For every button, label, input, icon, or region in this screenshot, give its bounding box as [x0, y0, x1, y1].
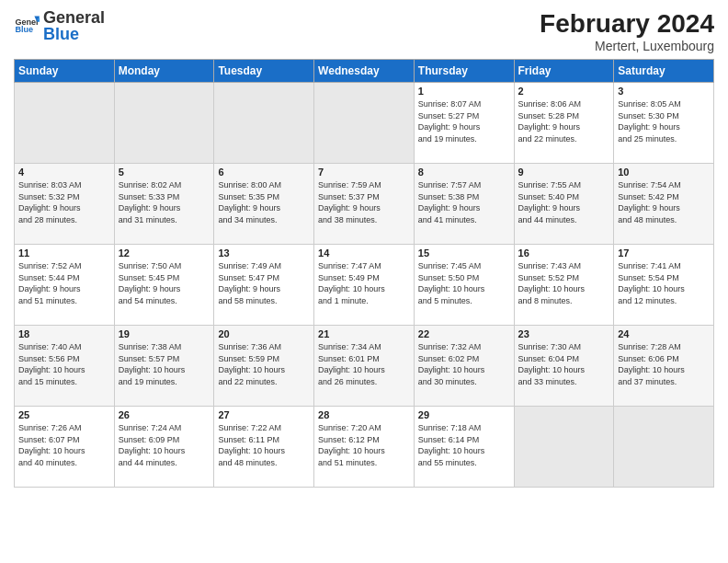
day-info: Sunrise: 7:57 AMSunset: 5:38 PMDaylight:…	[418, 179, 510, 225]
page: General Blue General Blue February 2024 …	[0, 0, 728, 563]
day-number: 28	[318, 409, 410, 420]
calendar-cell: 15Sunrise: 7:45 AMSunset: 5:50 PMDayligh…	[414, 245, 514, 326]
day-number: 24	[618, 328, 710, 339]
calendar-cell: 10Sunrise: 7:54 AMSunset: 5:42 PMDayligh…	[614, 164, 714, 245]
day-info: Sunrise: 8:06 AMSunset: 5:28 PMDaylight:…	[518, 98, 610, 144]
weekday-header-friday: Friday	[514, 60, 614, 83]
calendar-cell	[114, 83, 214, 164]
calendar-cell: 22Sunrise: 7:32 AMSunset: 6:02 PMDayligh…	[414, 326, 514, 407]
calendar-cell: 27Sunrise: 7:22 AMSunset: 6:11 PMDayligh…	[214, 407, 314, 488]
day-info: Sunrise: 7:41 AMSunset: 5:54 PMDaylight:…	[618, 260, 710, 306]
day-info: Sunrise: 7:45 AMSunset: 5:50 PMDaylight:…	[418, 260, 510, 306]
day-info: Sunrise: 7:32 AMSunset: 6:02 PMDaylight:…	[418, 341, 510, 387]
day-info: Sunrise: 8:00 AMSunset: 5:35 PMDaylight:…	[218, 179, 310, 225]
day-info: Sunrise: 7:38 AMSunset: 5:57 PMDaylight:…	[119, 341, 210, 387]
day-info: Sunrise: 7:54 AMSunset: 5:42 PMDaylight:…	[618, 179, 710, 225]
logo-general: General	[43, 8, 105, 27]
calendar-cell: 5Sunrise: 8:02 AMSunset: 5:33 PMDaylight…	[114, 164, 214, 245]
calendar-cell: 29Sunrise: 7:18 AMSunset: 6:14 PMDayligh…	[414, 407, 514, 488]
weekday-row: SundayMondayTuesdayWednesdayThursdayFrid…	[15, 60, 714, 83]
day-number: 8	[418, 167, 510, 178]
calendar-cell: 20Sunrise: 7:36 AMSunset: 5:59 PMDayligh…	[214, 326, 314, 407]
calendar-week-1: 1Sunrise: 8:07 AMSunset: 5:27 PMDaylight…	[15, 83, 714, 164]
day-number: 19	[119, 328, 210, 339]
weekday-header-tuesday: Tuesday	[214, 60, 314, 83]
day-number: 6	[218, 167, 310, 178]
day-number: 23	[518, 328, 610, 339]
day-info: Sunrise: 7:24 AMSunset: 6:09 PMDaylight:…	[119, 422, 210, 468]
day-info: Sunrise: 7:18 AMSunset: 6:14 PMDaylight:…	[418, 422, 510, 468]
day-info: Sunrise: 7:30 AMSunset: 6:04 PMDaylight:…	[518, 341, 610, 387]
day-info: Sunrise: 8:03 AMSunset: 5:32 PMDaylight:…	[18, 179, 110, 225]
weekday-header-wednesday: Wednesday	[314, 60, 415, 83]
day-info: Sunrise: 7:22 AMSunset: 6:11 PMDaylight:…	[218, 422, 310, 468]
calendar-cell: 16Sunrise: 7:43 AMSunset: 5:52 PMDayligh…	[514, 245, 614, 326]
logo-icon: General Blue	[14, 13, 40, 39]
calendar-cell: 3Sunrise: 8:05 AMSunset: 5:30 PMDaylight…	[614, 83, 714, 164]
day-number: 16	[518, 247, 610, 259]
day-number: 3	[618, 86, 710, 97]
day-number: 27	[218, 409, 310, 420]
header: General Blue General Blue February 2024 …	[14, 9, 714, 53]
day-number: 14	[318, 247, 410, 259]
day-info: Sunrise: 8:07 AMSunset: 5:27 PMDaylight:…	[418, 98, 510, 144]
day-info: Sunrise: 8:05 AMSunset: 5:30 PMDaylight:…	[618, 98, 710, 144]
day-info: Sunrise: 7:26 AMSunset: 6:07 PMDaylight:…	[18, 422, 110, 468]
day-info: Sunrise: 7:28 AMSunset: 6:06 PMDaylight:…	[618, 341, 710, 387]
day-number: 12	[119, 247, 210, 259]
calendar-cell	[614, 407, 714, 488]
day-number: 4	[18, 167, 110, 178]
day-info: Sunrise: 7:43 AMSunset: 5:52 PMDaylight:…	[518, 260, 610, 306]
day-info: Sunrise: 7:34 AMSunset: 6:01 PMDaylight:…	[318, 341, 410, 387]
day-info: Sunrise: 7:40 AMSunset: 5:56 PMDaylight:…	[18, 341, 110, 387]
title-block: February 2024 Mertert, Luxembourg	[540, 9, 714, 53]
location: Mertert, Luxembourg	[540, 39, 714, 53]
logo-blue: Blue	[43, 25, 79, 43]
calendar-cell: 21Sunrise: 7:34 AMSunset: 6:01 PMDayligh…	[314, 326, 415, 407]
calendar-cell: 1Sunrise: 8:07 AMSunset: 5:27 PMDaylight…	[414, 83, 514, 164]
day-info: Sunrise: 7:50 AMSunset: 5:45 PMDaylight:…	[119, 260, 210, 306]
day-info: Sunrise: 8:02 AMSunset: 5:33 PMDaylight:…	[119, 179, 210, 225]
day-number: 1	[418, 86, 510, 97]
calendar-header: SundayMondayTuesdayWednesdayThursdayFrid…	[15, 60, 714, 83]
calendar-cell: 14Sunrise: 7:47 AMSunset: 5:49 PMDayligh…	[314, 245, 415, 326]
day-number: 9	[518, 167, 610, 178]
weekday-header-saturday: Saturday	[614, 60, 714, 83]
day-info: Sunrise: 7:20 AMSunset: 6:12 PMDaylight:…	[318, 422, 410, 468]
calendar-cell: 4Sunrise: 8:03 AMSunset: 5:32 PMDaylight…	[15, 164, 115, 245]
calendar-cell: 13Sunrise: 7:49 AMSunset: 5:47 PMDayligh…	[214, 245, 314, 326]
logo-text: General Blue	[43, 9, 105, 42]
calendar-cell: 7Sunrise: 7:59 AMSunset: 5:37 PMDaylight…	[314, 164, 415, 245]
weekday-header-monday: Monday	[114, 60, 214, 83]
calendar-week-4: 18Sunrise: 7:40 AMSunset: 5:56 PMDayligh…	[15, 326, 714, 407]
calendar-cell	[514, 407, 614, 488]
day-number: 25	[18, 409, 110, 420]
calendar-cell: 2Sunrise: 8:06 AMSunset: 5:28 PMDaylight…	[514, 83, 614, 164]
calendar-cell: 25Sunrise: 7:26 AMSunset: 6:07 PMDayligh…	[15, 407, 115, 488]
day-number: 7	[318, 167, 410, 178]
day-info: Sunrise: 7:47 AMSunset: 5:49 PMDaylight:…	[318, 260, 410, 306]
day-info: Sunrise: 7:52 AMSunset: 5:44 PMDaylight:…	[18, 260, 110, 306]
calendar-cell: 19Sunrise: 7:38 AMSunset: 5:57 PMDayligh…	[114, 326, 214, 407]
day-number: 5	[119, 167, 210, 178]
day-number: 29	[418, 409, 510, 420]
logo: General Blue General Blue	[14, 9, 105, 42]
day-info: Sunrise: 7:59 AMSunset: 5:37 PMDaylight:…	[318, 179, 410, 225]
day-number: 13	[218, 247, 310, 259]
calendar-cell: 28Sunrise: 7:20 AMSunset: 6:12 PMDayligh…	[314, 407, 415, 488]
calendar-cell: 6Sunrise: 8:00 AMSunset: 5:35 PMDaylight…	[214, 164, 314, 245]
day-info: Sunrise: 7:36 AMSunset: 5:59 PMDaylight:…	[218, 341, 310, 387]
month-year: February 2024	[540, 9, 714, 39]
day-number: 20	[218, 328, 310, 339]
day-info: Sunrise: 7:55 AMSunset: 5:40 PMDaylight:…	[518, 179, 610, 225]
calendar-cell	[15, 83, 115, 164]
calendar-cell	[314, 83, 415, 164]
calendar-cell: 18Sunrise: 7:40 AMSunset: 5:56 PMDayligh…	[15, 326, 115, 407]
day-number: 11	[18, 247, 110, 259]
calendar-body: 1Sunrise: 8:07 AMSunset: 5:27 PMDaylight…	[15, 83, 714, 488]
day-number: 2	[518, 86, 610, 97]
calendar-cell: 26Sunrise: 7:24 AMSunset: 6:09 PMDayligh…	[114, 407, 214, 488]
calendar-cell: 8Sunrise: 7:57 AMSunset: 5:38 PMDaylight…	[414, 164, 514, 245]
calendar-week-5: 25Sunrise: 7:26 AMSunset: 6:07 PMDayligh…	[15, 407, 714, 488]
calendar-cell: 9Sunrise: 7:55 AMSunset: 5:40 PMDaylight…	[514, 164, 614, 245]
